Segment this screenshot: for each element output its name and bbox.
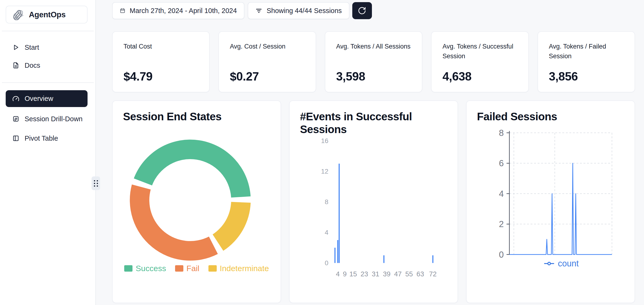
bar[interactable] (334, 248, 336, 263)
y-tick-label: 6 (499, 158, 504, 168)
brand-name: AgentOps (29, 10, 66, 19)
sidebar-item-label: Session Drill-Down (24, 115, 82, 123)
stat-label: Avg. Tokens / All Sessions (336, 42, 410, 51)
donut-legend-item-indeterminate[interactable]: Indeterminate (208, 264, 269, 273)
chart-title: #Events in Successful Sessions (300, 110, 437, 136)
donut-legend-item-success[interactable]: Success (124, 264, 166, 273)
bar[interactable] (432, 255, 433, 263)
x-tick-label: 63 (416, 270, 424, 278)
donut-legend-item-fail[interactable]: Fail (175, 264, 200, 273)
x-tick-label: 9 (343, 270, 346, 278)
stat-value: 4,638 (442, 70, 472, 83)
stat-card-avg-tokens-all: Avg. Tokens / All Sessions 3,598 (325, 31, 422, 92)
session-list-icon (12, 115, 20, 122)
charts-row: Session End States SuccessFailIndetermin… (112, 100, 635, 303)
bar[interactable] (383, 255, 384, 263)
sidebar-item-label: Docs (24, 62, 40, 69)
legend-label: Indeterminate (220, 264, 269, 273)
sidebar-item-label: Overview (24, 95, 53, 103)
stat-value: $4.79 (124, 70, 152, 83)
sessions-filter-label: Showing 44/44 Sessions (267, 7, 342, 15)
brand-logo[interactable]: AgentOps (6, 6, 88, 24)
sessions-filter-button[interactable]: Showing 44/44 Sessions (248, 2, 350, 19)
x-tick-label: 4 (336, 270, 340, 278)
stat-label: Avg. Tokens / Successful Session (442, 42, 520, 61)
sidebar-item-docs[interactable]: Docs (6, 57, 88, 74)
failed-sessions-card: Failed Sessions 02468 count (466, 100, 635, 303)
bar[interactable] (338, 164, 340, 263)
x-tick-label: 55 (405, 270, 413, 278)
donut-slice-fail[interactable] (130, 184, 218, 261)
sidebar-item-pivot-table[interactable]: Pivot Table (6, 130, 88, 147)
legend-swatch (175, 265, 183, 272)
main-content: March 27th, 2024 - April 10th, 2024 Show… (96, 0, 644, 305)
chart-title: Session End States (123, 110, 222, 123)
bar[interactable] (337, 240, 338, 263)
sidebar-item-overview[interactable]: Overview (6, 90, 88, 107)
date-range-button[interactable]: March 27th, 2024 - April 10th, 2024 (112, 2, 244, 19)
filter-lines-icon (255, 7, 262, 14)
stat-value: 3,856 (549, 70, 578, 83)
y-tick-label: 12 (321, 168, 328, 175)
stat-card-total-cost: Total Cost $4.79 (112, 31, 210, 92)
sidebar-divider (2, 82, 94, 83)
stat-label: Avg. Cost / Session (230, 42, 285, 51)
stat-value: 3,598 (336, 70, 365, 83)
y-tick-label: 8 (499, 128, 504, 138)
legend-label: Success (136, 264, 166, 273)
legend-swatch (124, 265, 132, 272)
x-tick-label: 23 (360, 270, 368, 278)
count-legend-item[interactable]: count (510, 259, 613, 268)
events-histogram-card: #Events in Successful Sessions 048121649… (289, 100, 458, 303)
y-tick-label: 4 (325, 229, 328, 236)
x-tick-label: 31 (372, 270, 379, 278)
donut-slice-success[interactable] (134, 140, 251, 198)
legend-label: Fail (186, 264, 200, 273)
y-tick-label: 16 (321, 137, 328, 144)
docs-icon (12, 62, 20, 69)
count-legend-marker (544, 261, 554, 266)
stat-label: Total Cost (124, 42, 152, 51)
refresh-icon (358, 7, 366, 15)
sidebar-item-label: Pivot Table (24, 135, 58, 142)
calendar-icon (120, 8, 126, 14)
sidebar: AgentOps Start Docs Overview Session Dri… (0, 0, 96, 305)
chart-title: Failed Sessions (477, 110, 557, 123)
x-tick-label: 47 (394, 270, 402, 278)
play-icon (12, 44, 20, 51)
x-tick-label: 39 (383, 270, 390, 278)
session-end-states-card: Session End States SuccessFailIndetermin… (112, 100, 281, 303)
date-range-label: March 27th, 2024 - April 10th, 2024 (130, 7, 237, 15)
sidebar-item-session-drill-down[interactable]: Session Drill-Down (6, 111, 88, 127)
y-tick-label: 8 (325, 198, 328, 206)
legend-swatch (208, 265, 217, 272)
topbar: March 27th, 2024 - April 10th, 2024 Show… (112, 2, 635, 19)
refresh-button[interactable] (352, 2, 372, 19)
y-tick-label: 0 (325, 259, 328, 267)
stat-card-avg-tokens-successful: Avg. Tokens / Successful Session 4,638 (431, 31, 528, 92)
stat-card-avg-tokens-failed: Avg. Tokens / Failed Session 3,856 (538, 31, 635, 92)
x-tick-label: 15 (350, 270, 357, 278)
pivot-table-icon (12, 135, 20, 142)
stat-value: $0.27 (230, 70, 259, 83)
sidebar-item-label: Start (24, 44, 39, 51)
donut-legend: SuccessFailIndeterminate (112, 264, 280, 273)
stats-row: Total Cost $4.79 Avg. Cost / Session $0.… (112, 31, 635, 92)
donut-slice-indeterminate[interactable] (213, 202, 251, 251)
y-tick-label: 0 (499, 250, 504, 259)
stat-label: Avg. Tokens / Failed Session (549, 42, 627, 61)
y-tick-label: 2 (499, 219, 504, 229)
failed-sessions-line-chart: 02468 (466, 101, 634, 303)
count-line[interactable] (510, 163, 612, 254)
stat-card-avg-cost-session: Avg. Cost / Session $0.27 (218, 31, 316, 92)
gauge-icon (12, 95, 20, 102)
sidebar-divider (2, 31, 94, 31)
x-tick-label: 72 (429, 270, 437, 278)
sidebar-item-start[interactable]: Start (6, 39, 88, 56)
y-tick-label: 4 (499, 189, 504, 199)
paperclip-logo-icon (13, 9, 24, 20)
count-legend-label: count (558, 259, 579, 268)
